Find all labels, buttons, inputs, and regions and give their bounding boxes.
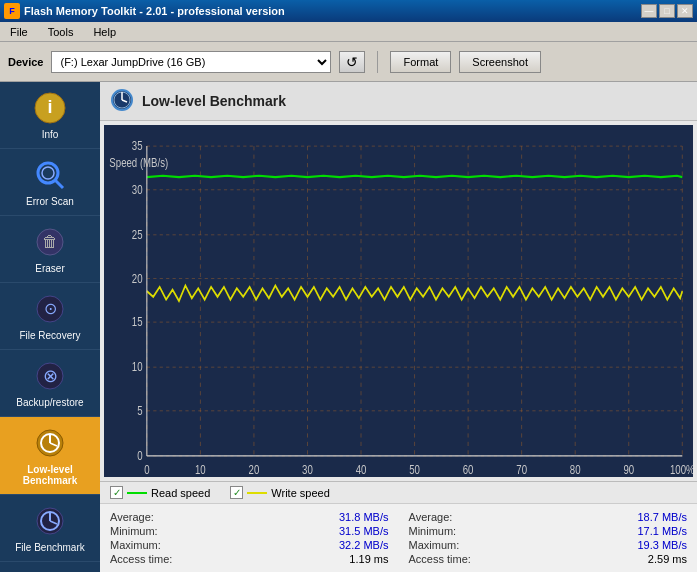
benchmark-chart: Speed (MB/s) xyxy=(104,125,693,477)
stat-value-avg-read: 31.8 MB/s xyxy=(339,511,389,523)
svg-text:0: 0 xyxy=(137,449,142,463)
device-select[interactable]: (F:) Lexar JumpDrive (16 GB) xyxy=(51,51,331,73)
read-speed-check: ✓ xyxy=(113,487,121,498)
benchmark-clock-icon xyxy=(110,88,134,114)
eraser-icon: 🗑 xyxy=(32,224,68,260)
read-speed-label: Read speed xyxy=(151,487,210,499)
svg-text:50: 50 xyxy=(409,463,420,477)
stat-row-max-read: Maximum: 32.2 MB/s xyxy=(110,538,389,552)
legend-row: ✓ Read speed ✓ Write speed xyxy=(100,481,697,503)
svg-text:5: 5 xyxy=(137,404,142,418)
file-recovery-icon: ⊙ xyxy=(32,291,68,327)
format-button[interactable]: Format xyxy=(390,51,451,73)
stat-row-avg-read: Average: 31.8 MB/s xyxy=(110,510,389,524)
stat-value-min-write: 17.1 MB/s xyxy=(637,525,687,537)
svg-text:80: 80 xyxy=(570,463,581,477)
svg-line-3 xyxy=(55,180,63,188)
read-speed-checkbox[interactable]: ✓ xyxy=(110,486,123,499)
stats-left: Average: 31.8 MB/s Minimum: 31.5 MB/s Ma… xyxy=(110,510,389,566)
screenshot-button[interactable]: Screenshot xyxy=(459,51,541,73)
window-controls: — □ ✕ xyxy=(641,4,693,18)
stat-value-access-write: 2.59 ms xyxy=(648,553,687,565)
svg-text:i: i xyxy=(47,97,52,117)
svg-point-4 xyxy=(42,167,54,179)
sidebar-item-eraser[interactable]: 🗑 Eraser xyxy=(0,216,100,283)
stat-label-access-read: Access time: xyxy=(110,553,172,565)
svg-text:20: 20 xyxy=(249,463,260,477)
stat-value-max-write: 19.3 MB/s xyxy=(637,539,687,551)
svg-text:30: 30 xyxy=(132,183,143,197)
sidebar-item-file-benchmark[interactable]: File Benchmark xyxy=(0,495,100,562)
svg-text:⊗: ⊗ xyxy=(43,366,58,386)
stat-label-avg-write: Average: xyxy=(409,511,453,523)
svg-text:100%: 100% xyxy=(670,463,693,477)
stat-label-access-write: Access time: xyxy=(409,553,471,565)
sidebar-item-backup-restore[interactable]: ⊗ Backup/restore xyxy=(0,350,100,417)
sidebar-item-error-scan-label: Error Scan xyxy=(26,196,74,207)
close-button[interactable]: ✕ xyxy=(677,4,693,18)
svg-text:10: 10 xyxy=(195,463,206,477)
main-area: i Info Error Scan 🗑 xyxy=(0,82,697,572)
sidebar-item-backup-restore-label: Backup/restore xyxy=(16,397,83,408)
content-header: Low-level Benchmark xyxy=(100,82,697,121)
minimize-button[interactable]: — xyxy=(641,4,657,18)
sidebar-item-low-level-benchmark[interactable]: Low-level Benchmark xyxy=(0,417,100,495)
divider xyxy=(377,51,378,73)
refresh-button[interactable]: ↺ xyxy=(339,51,365,73)
error-scan-icon xyxy=(32,157,68,193)
sidebar-item-info[interactable]: i Info xyxy=(0,82,100,149)
sidebar-item-error-scan[interactable]: Error Scan xyxy=(0,149,100,216)
svg-text:35: 35 xyxy=(132,139,143,153)
app-title: Flash Memory Toolkit - 2.01 - profession… xyxy=(24,5,285,17)
stats-right: Average: 18.7 MB/s Minimum: 17.1 MB/s Ma… xyxy=(409,510,688,566)
stat-value-min-read: 31.5 MB/s xyxy=(339,525,389,537)
menu-bar: File Tools Help xyxy=(0,22,697,42)
sidebar-item-info-label: Info xyxy=(42,129,59,140)
svg-text:30: 30 xyxy=(302,463,313,477)
device-label: Device xyxy=(8,56,43,68)
chart-container: Speed (MB/s) xyxy=(104,125,693,477)
stat-row-access-read: Access time: 1.19 ms xyxy=(110,552,389,566)
maximize-button[interactable]: □ xyxy=(659,4,675,18)
menu-tools[interactable]: Tools xyxy=(42,24,80,40)
svg-text:10: 10 xyxy=(132,360,143,374)
svg-text:⊙: ⊙ xyxy=(44,300,57,317)
app-icon: F xyxy=(4,3,20,19)
write-speed-check: ✓ xyxy=(233,487,241,498)
svg-rect-23 xyxy=(104,125,693,477)
svg-text:90: 90 xyxy=(623,463,634,477)
stat-row-max-write: Maximum: 19.3 MB/s xyxy=(409,538,688,552)
stat-label-max-read: Maximum: xyxy=(110,539,161,551)
stat-label-max-write: Maximum: xyxy=(409,539,460,551)
svg-text:40: 40 xyxy=(356,463,367,477)
stat-label-avg-read: Average: xyxy=(110,511,154,523)
svg-text:0: 0 xyxy=(144,463,149,477)
stat-label-min-write: Minimum: xyxy=(409,525,457,537)
svg-text:25: 25 xyxy=(132,228,143,242)
backup-restore-icon: ⊗ xyxy=(32,358,68,394)
read-speed-color xyxy=(127,492,147,494)
sidebar-item-file-recovery[interactable]: ⊙ File Recovery xyxy=(0,283,100,350)
sidebar: i Info Error Scan 🗑 xyxy=(0,82,100,572)
content-area: Low-level Benchmark Speed (MB/s) xyxy=(100,82,697,572)
sidebar-item-eraser-label: Eraser xyxy=(35,263,64,274)
svg-text:15: 15 xyxy=(132,315,143,329)
sidebar-item-file-recovery-label: File Recovery xyxy=(19,330,80,341)
stat-value-access-read: 1.19 ms xyxy=(349,553,388,565)
content-title: Low-level Benchmark xyxy=(142,93,286,109)
stat-value-avg-write: 18.7 MB/s xyxy=(637,511,687,523)
menu-help[interactable]: Help xyxy=(87,24,122,40)
stat-row-access-write: Access time: 2.59 ms xyxy=(409,552,688,566)
menu-file[interactable]: File xyxy=(4,24,34,40)
write-speed-legend: ✓ Write speed xyxy=(230,486,330,499)
stats-area: Average: 31.8 MB/s Minimum: 31.5 MB/s Ma… xyxy=(100,503,697,572)
svg-text:🗑: 🗑 xyxy=(42,233,58,250)
write-speed-checkbox[interactable]: ✓ xyxy=(230,486,243,499)
sidebar-item-low-level-benchmark-label: Low-level Benchmark xyxy=(4,464,96,486)
info-icon: i xyxy=(32,90,68,126)
svg-text:60: 60 xyxy=(463,463,474,477)
low-level-benchmark-icon xyxy=(32,425,68,461)
file-benchmark-icon xyxy=(32,503,68,539)
svg-text:Speed (MB/s): Speed (MB/s) xyxy=(109,156,168,170)
write-speed-color xyxy=(247,492,267,494)
